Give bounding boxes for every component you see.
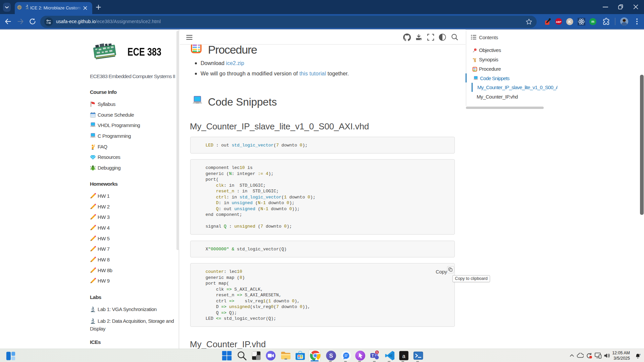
svg-text:z: z	[639, 353, 641, 356]
svg-text:S: S	[329, 352, 333, 359]
svg-text:m: m	[591, 20, 594, 23]
svg-text:T: T	[372, 354, 374, 358]
svg-text:K: K	[568, 20, 571, 24]
svg-text:ABP: ABP	[556, 20, 561, 23]
svg-text:1: 1	[376, 351, 378, 354]
svg-text:a: a	[402, 353, 406, 359]
